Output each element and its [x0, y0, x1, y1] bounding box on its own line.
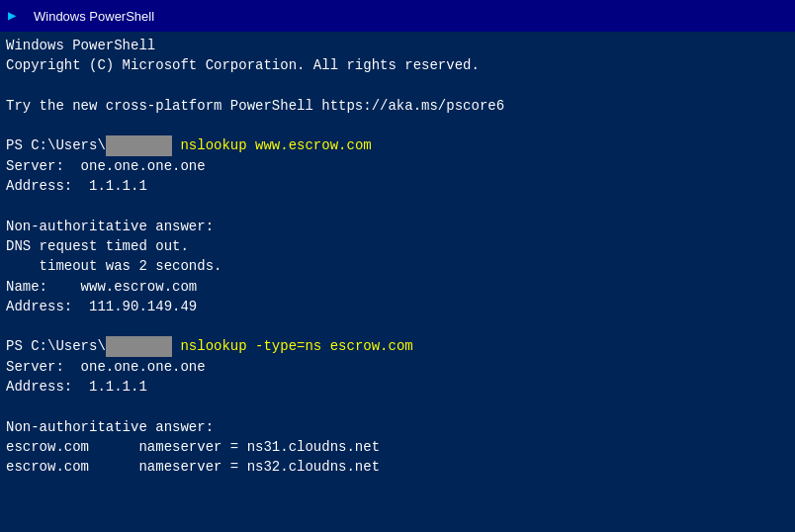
terminal-line: Address: 111.90.149.49	[6, 297, 789, 316]
terminal-line: Copyright (C) Microsoft Corporation. All…	[6, 55, 789, 75]
terminal-empty-line	[6, 196, 789, 216]
title-bar-text: Windows PowerShell	[34, 9, 154, 24]
terminal-empty-line	[6, 316, 789, 336]
terminal-line: Non-authoritative answer:	[6, 417, 789, 437]
terminal-line: escrow.com nameserver = ns32.cloudns.net	[6, 457, 789, 477]
terminal-line: DNS request timed out.	[6, 236, 789, 256]
terminal-prompt-line: PS C:\Users\ nslookup www.escrow.com	[6, 135, 789, 155]
terminal-body[interactable]: Windows PowerShellCopyright (C) Microsof…	[0, 32, 795, 532]
command-rest: escrow.com	[321, 338, 412, 354]
terminal-line: Server: one.one.one.one	[6, 357, 789, 377]
powershell-icon: ▶	[8, 7, 26, 25]
terminal-line: Windows PowerShell	[6, 36, 789, 55]
powershell-window: ▶ Windows PowerShell Windows PowerShellC…	[0, 0, 795, 532]
terminal-line: Try the new cross-platform PowerShell ht…	[6, 96, 789, 116]
prompt-path: PS C:\Users\	[6, 137, 106, 153]
command-text: nslookup www.escrow.com	[172, 137, 372, 153]
command-nslookup: nslookup	[172, 338, 255, 354]
terminal-line: Address: 1.1.1.1	[6, 377, 789, 397]
terminal-line: Address: 1.1.1.1	[6, 176, 789, 196]
title-bar: ▶ Windows PowerShell	[0, 0, 795, 32]
terminal-empty-line	[6, 76, 789, 96]
redacted-username	[106, 135, 172, 155]
terminal-line: timeout was 2 seconds.	[6, 256, 789, 276]
redacted-username2	[106, 336, 172, 356]
terminal-empty-line	[6, 116, 789, 135]
terminal-line: Non-authoritative answer:	[6, 217, 789, 236]
terminal-line: Name: www.escrow.com	[6, 277, 789, 297]
command-flag: -type=ns	[255, 338, 321, 354]
terminal-line: Server: one.one.one.one	[6, 156, 789, 176]
terminal-empty-line	[6, 397, 789, 416]
terminal-line: escrow.com nameserver = ns31.cloudns.net	[6, 437, 789, 457]
prompt-path2: PS C:\Users\	[6, 338, 106, 354]
terminal-prompt-line2: PS C:\Users\ nslookup -type=ns escrow.co…	[6, 336, 789, 356]
